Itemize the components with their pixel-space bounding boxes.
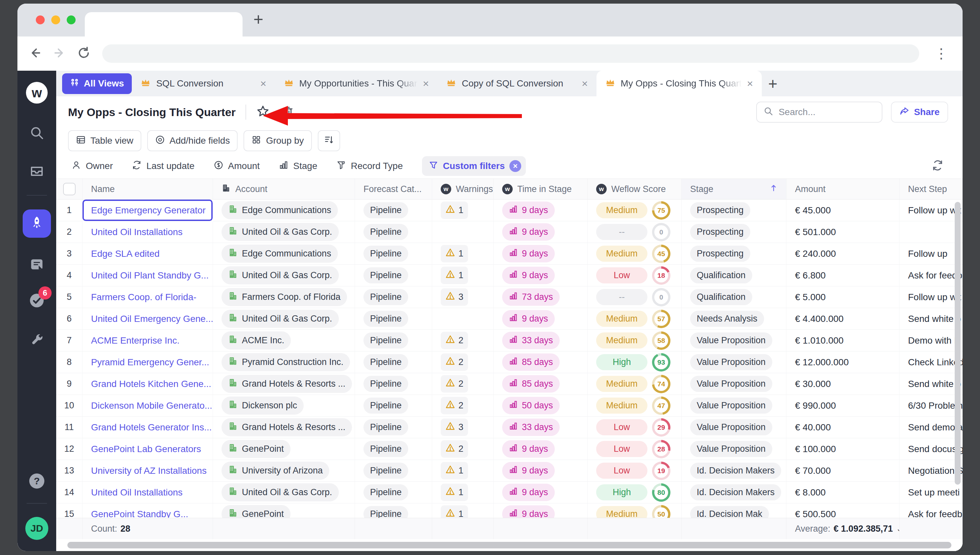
warnings-cell[interactable]: 2 bbox=[432, 395, 494, 417]
table-row[interactable]: 15 GenePoint Standby G... GenePoint Pipe… bbox=[56, 504, 962, 518]
warnings-cell[interactable]: 1 bbox=[432, 200, 494, 221]
table-row[interactable]: 8 Pyramid Emergency Gener... Pyramid Con… bbox=[56, 351, 962, 373]
stage-cell[interactable]: Needs Analysis bbox=[682, 308, 787, 330]
warnings-cell[interactable]: 2 bbox=[432, 438, 494, 460]
table-view-button[interactable]: Table view bbox=[68, 130, 141, 151]
next-step-cell[interactable]: Negotiation S bbox=[900, 460, 962, 482]
time-in-stage-cell[interactable]: 73 days bbox=[494, 286, 588, 308]
forecast-cell[interactable]: Pipeline bbox=[355, 243, 432, 265]
forecast-cell[interactable]: Pipeline bbox=[355, 460, 432, 482]
share-button[interactable]: Share bbox=[891, 102, 948, 123]
account-cell[interactable]: Grand Hotels & Resorts ... bbox=[213, 373, 355, 395]
name-cell[interactable]: Grand Hotels Generator Ins... bbox=[83, 417, 213, 438]
account-cell[interactable]: ACME Inc. bbox=[213, 330, 355, 351]
notes-icon[interactable] bbox=[29, 257, 44, 273]
amount-cell[interactable]: € 45.000 bbox=[787, 200, 900, 221]
view-tab-my-opportunities[interactable]: My Opportunities - This Quart × bbox=[275, 71, 438, 96]
name-cell[interactable]: Pyramid Emergency Gener... bbox=[83, 351, 213, 373]
warnings-cell[interactable]: 1 bbox=[432, 504, 494, 518]
account-cell[interactable]: Farmers Coop. of Florida bbox=[213, 286, 355, 308]
back-icon[interactable] bbox=[29, 47, 42, 61]
warnings-cell[interactable]: 2 bbox=[432, 373, 494, 395]
next-step-cell[interactable]: Send white p bbox=[900, 373, 962, 395]
account-cell[interactable]: GenePoint bbox=[213, 504, 355, 518]
weflow-score-cell[interactable]: Low28 bbox=[588, 438, 682, 460]
next-step-cell[interactable]: Follow up bbox=[900, 243, 962, 265]
weflow-score-cell[interactable]: --0 bbox=[588, 221, 682, 243]
sort-button[interactable] bbox=[318, 130, 340, 151]
time-in-stage-cell[interactable]: 9 days bbox=[494, 438, 588, 460]
warnings-cell[interactable]: 1 bbox=[432, 460, 494, 482]
account-cell[interactable]: Dickenson plc bbox=[213, 395, 355, 417]
account-cell[interactable]: United Oil & Gas Corp. bbox=[213, 308, 355, 330]
time-in-stage-cell[interactable]: 9 days bbox=[494, 243, 588, 265]
refresh-icon[interactable] bbox=[77, 47, 90, 61]
stage-cell[interactable]: Value Proposition bbox=[682, 373, 787, 395]
add-hide-fields-button[interactable]: Add/hide fields bbox=[147, 130, 238, 151]
close-icon[interactable]: × bbox=[582, 78, 588, 89]
name-cell[interactable]: Grand Hotels Kitchen Gene... bbox=[83, 373, 213, 395]
time-in-stage-cell[interactable]: 33 days bbox=[494, 330, 588, 351]
time-in-stage-cell[interactable]: 9 days bbox=[494, 308, 588, 330]
name-cell[interactable]: United Oil Emergency Gene... bbox=[83, 308, 213, 330]
amount-cell[interactable]: € 240.000 bbox=[787, 243, 900, 265]
stage-cell[interactable]: Value Proposition bbox=[682, 330, 787, 351]
search-icon[interactable] bbox=[29, 125, 44, 142]
wrench-icon[interactable] bbox=[30, 333, 44, 349]
table-row[interactable]: 5 Farmers Coop. of Florida- Farmers Coop… bbox=[56, 286, 962, 308]
time-in-stage-cell[interactable]: 9 days bbox=[494, 504, 588, 518]
account-cell[interactable]: Grand Hotels & Resorts ... bbox=[213, 417, 355, 438]
weflow-score-cell[interactable]: Medium75 bbox=[588, 200, 682, 221]
amount-cell[interactable]: € 30.000 bbox=[787, 373, 900, 395]
avatar[interactable]: JD bbox=[25, 517, 48, 540]
forecast-cell[interactable]: Pipeline bbox=[355, 504, 432, 518]
forecast-cell[interactable]: Pipeline bbox=[355, 482, 432, 504]
weflow-score-cell[interactable]: --0 bbox=[588, 286, 682, 308]
col-warnings[interactable]: wWarnings bbox=[432, 179, 494, 200]
view-tab-my-opps-closing-active[interactable]: My Opps - Closing This Quart × bbox=[596, 71, 762, 96]
table-row[interactable]: 13 University of AZ Installations Univer… bbox=[56, 460, 962, 482]
name-cell[interactable]: Edge SLA edited bbox=[83, 243, 213, 265]
time-in-stage-cell[interactable]: 85 days bbox=[494, 373, 588, 395]
help-icon[interactable]: ? bbox=[29, 473, 44, 489]
table-row[interactable]: 2 United Oil Installations United Oil & … bbox=[56, 221, 962, 243]
amount-cell[interactable]: € 8.000 bbox=[787, 482, 900, 504]
name-cell[interactable]: Edge Emergency Generator bbox=[83, 200, 213, 221]
name-cell[interactable]: GenePoint Standby G... bbox=[83, 504, 213, 518]
next-step-cell[interactable]: Set up meeti bbox=[900, 482, 962, 504]
weflow-score-cell[interactable]: Medium50 bbox=[588, 504, 682, 518]
warnings-cell[interactable]: 2 bbox=[432, 330, 494, 351]
name-cell[interactable]: Dickenson Mobile Generato... bbox=[83, 395, 213, 417]
weflow-score-cell[interactable]: Low29 bbox=[588, 417, 682, 438]
view-search-input[interactable]: Search... bbox=[756, 102, 882, 123]
forecast-cell[interactable]: Pipeline bbox=[355, 438, 432, 460]
amount-cell[interactable]: € 4.400.000 bbox=[787, 308, 900, 330]
amount-cell[interactable]: € 40.000 bbox=[787, 417, 900, 438]
browser-tab[interactable] bbox=[85, 12, 243, 37]
tasks-item[interactable]: 6 bbox=[29, 292, 45, 310]
forecast-cell[interactable]: Pipeline bbox=[355, 200, 432, 221]
account-cell[interactable]: Edge Communications bbox=[213, 200, 355, 221]
sync-icon[interactable] bbox=[932, 159, 943, 173]
col-account[interactable]: Account bbox=[213, 179, 355, 200]
weflow-score-cell[interactable]: High93 bbox=[588, 351, 682, 373]
next-step-cell[interactable]: Demo with R bbox=[900, 330, 962, 351]
col-amount[interactable]: Amount bbox=[787, 179, 900, 200]
forecast-cell[interactable]: Pipeline bbox=[355, 395, 432, 417]
browser-menu-icon[interactable]: ⋮ bbox=[934, 47, 948, 61]
new-tab-button[interactable]: + bbox=[253, 11, 263, 28]
stage-cell[interactable]: Id. Decision Makers bbox=[682, 460, 787, 482]
h-scroll-thumb[interactable] bbox=[67, 542, 951, 549]
close-icon[interactable]: × bbox=[260, 78, 267, 89]
table-row[interactable]: 1 Edge Emergency Generator Edge Communic… bbox=[56, 200, 962, 221]
account-cell[interactable]: United Oil & Gas Corp. bbox=[213, 221, 355, 243]
time-in-stage-cell[interactable]: 9 days bbox=[494, 221, 588, 243]
next-step-cell[interactable]: Follow up wit bbox=[900, 200, 962, 221]
time-in-stage-cell[interactable]: 85 days bbox=[494, 351, 588, 373]
next-step-cell[interactable]: Follow up wit bbox=[900, 286, 962, 308]
sidebar-item-pipeline-active[interactable] bbox=[23, 209, 51, 238]
account-cell[interactable]: Pyramid Construction Inc. bbox=[213, 351, 355, 373]
view-tab-sql-conversion[interactable]: SQL Conversion × bbox=[132, 71, 275, 96]
table-row[interactable]: 10 Dickenson Mobile Generato... Dickenso… bbox=[56, 395, 962, 417]
custom-filters-chip[interactable]: Custom filters × bbox=[422, 156, 526, 176]
